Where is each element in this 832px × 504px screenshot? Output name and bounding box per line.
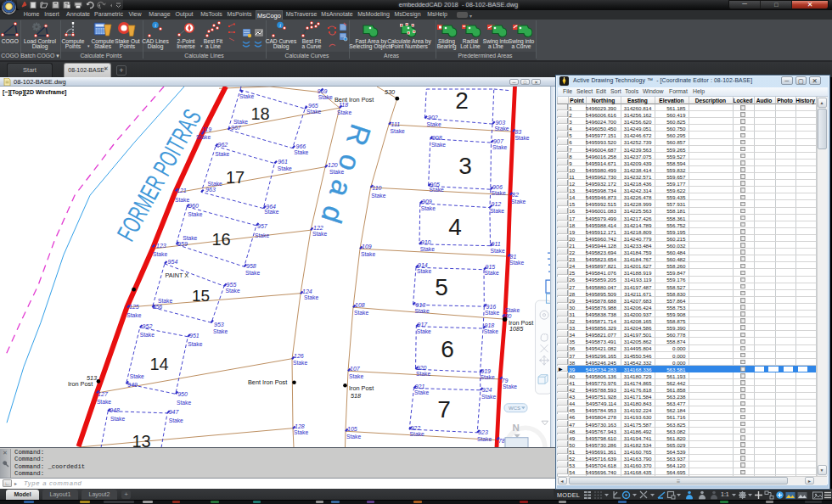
svg-text:Stake: Stake bbox=[226, 287, 240, 293]
svg-text:967: 967 bbox=[231, 124, 242, 130]
svg-text:125: 125 bbox=[129, 304, 139, 310]
svg-text:918: 918 bbox=[485, 322, 495, 328]
svg-text:Stake: Stake bbox=[505, 307, 520, 313]
svg-text:Stake: Stake bbox=[490, 208, 504, 214]
svg-text:906: 906 bbox=[492, 184, 503, 190]
svg-text:Stake: Stake bbox=[294, 429, 308, 435]
svg-text:Stake: Stake bbox=[153, 250, 167, 256]
svg-text:Stake: Stake bbox=[494, 125, 509, 131]
svg-text:79: 79 bbox=[502, 377, 509, 383]
svg-text:Stake: Stake bbox=[158, 298, 172, 304]
svg-text:Stake: Stake bbox=[503, 384, 517, 389]
svg-text:Stake: Stake bbox=[421, 205, 436, 211]
svg-text:530: 530 bbox=[385, 88, 395, 96]
svg-text:Stake: Stake bbox=[213, 328, 228, 333]
svg-text:Stake: Stake bbox=[349, 372, 363, 378]
svg-text:107: 107 bbox=[350, 365, 361, 371]
svg-text:Stake: Stake bbox=[484, 328, 498, 334]
svg-text:902: 902 bbox=[428, 114, 438, 120]
svg-text:952: 952 bbox=[143, 322, 153, 328]
svg-text:919: 919 bbox=[481, 368, 491, 374]
svg-text:Stake: Stake bbox=[417, 328, 431, 333]
svg-text:126: 126 bbox=[294, 353, 304, 359]
svg-text:958: 958 bbox=[246, 263, 256, 269]
svg-text:Stake: Stake bbox=[492, 144, 507, 150]
svg-text:Stake: Stake bbox=[97, 399, 111, 405]
svg-text:Iron Post: Iron Post bbox=[349, 384, 374, 391]
svg-text:PAINT X: PAINT X bbox=[166, 272, 189, 279]
svg-text:Stake: Stake bbox=[188, 211, 202, 217]
svg-text:Stake: Stake bbox=[130, 373, 144, 379]
svg-text:Stake: Stake bbox=[312, 231, 327, 237]
svg-text:Stake: Stake bbox=[391, 128, 405, 134]
svg-text:Bent Iron Post: Bent Iron Post bbox=[334, 96, 374, 104]
svg-text:Stake: Stake bbox=[431, 142, 446, 148]
svg-text:Stake: Stake bbox=[511, 198, 526, 204]
svg-text:924: 924 bbox=[482, 387, 492, 393]
svg-text:Stake: Stake bbox=[188, 340, 202, 346]
svg-text:903: 903 bbox=[495, 119, 505, 125]
svg-text:Stake: Stake bbox=[414, 389, 429, 395]
svg-text:Stake: Stake bbox=[196, 133, 211, 139]
svg-text:Stake: Stake bbox=[110, 415, 125, 421]
svg-text:127: 127 bbox=[98, 390, 109, 396]
svg-text:N: N bbox=[513, 423, 520, 433]
svg-text:Stake: Stake bbox=[208, 181, 222, 187]
svg-text:908: 908 bbox=[432, 135, 442, 141]
svg-text:Stake: Stake bbox=[306, 109, 321, 115]
svg-text:957: 957 bbox=[257, 223, 268, 229]
svg-text:Stake: Stake bbox=[514, 135, 529, 141]
svg-text:122: 122 bbox=[313, 224, 323, 230]
svg-text:963: 963 bbox=[205, 187, 216, 193]
svg-text:Stake: Stake bbox=[346, 433, 361, 439]
svg-text:Stake: Stake bbox=[509, 260, 524, 266]
svg-text:Stake: Stake bbox=[485, 310, 499, 316]
svg-text:Stake: Stake bbox=[293, 359, 307, 365]
svg-text:Stake: Stake bbox=[304, 294, 318, 300]
svg-text:960: 960 bbox=[188, 202, 199, 208]
svg-text:917: 917 bbox=[418, 322, 429, 328]
svg-text:Stake: Stake bbox=[415, 308, 430, 314]
svg-text:81: 81 bbox=[510, 253, 517, 259]
svg-text:Bent Iron Post: Bent Iron Post bbox=[248, 378, 287, 386]
svg-text:956: 956 bbox=[153, 304, 163, 310]
svg-text:WCS: WCS bbox=[509, 406, 520, 411]
svg-text:Stake: Stake bbox=[239, 93, 254, 99]
svg-text:953: 953 bbox=[214, 321, 224, 327]
svg-text:947: 947 bbox=[169, 408, 180, 414]
svg-text:518: 518 bbox=[351, 392, 362, 400]
svg-text:Stake: Stake bbox=[126, 312, 141, 318]
svg-text:966: 966 bbox=[296, 143, 306, 148]
svg-text:959: 959 bbox=[177, 240, 188, 246]
svg-text:955: 955 bbox=[227, 281, 237, 287]
svg-text:Stake: Stake bbox=[175, 197, 189, 203]
svg-text:Stake: Stake bbox=[492, 190, 506, 196]
svg-text:Stake: Stake bbox=[477, 435, 492, 441]
svg-text:120: 120 bbox=[328, 161, 338, 167]
svg-text:909: 909 bbox=[422, 199, 432, 204]
svg-text:78: 78 bbox=[498, 437, 505, 443]
svg-text:912: 912 bbox=[492, 201, 502, 207]
svg-text:121: 121 bbox=[177, 187, 187, 193]
svg-text:915: 915 bbox=[486, 263, 496, 269]
svg-text:910: 910 bbox=[421, 239, 431, 245]
svg-text:Stake: Stake bbox=[278, 165, 292, 171]
svg-text:Stake: Stake bbox=[485, 270, 499, 276]
svg-text:Stake: Stake bbox=[264, 209, 278, 215]
svg-text:123: 123 bbox=[156, 242, 166, 248]
svg-text:Stake: Stake bbox=[371, 193, 385, 199]
svg-text:Stake: Stake bbox=[361, 250, 375, 256]
svg-text:1085: 1085 bbox=[509, 325, 524, 333]
svg-text:954: 954 bbox=[168, 259, 178, 265]
svg-text:82: 82 bbox=[512, 192, 519, 198]
svg-text:108: 108 bbox=[355, 301, 365, 307]
svg-text:Stake: Stake bbox=[481, 374, 495, 380]
svg-text:Iron Post: Iron Post bbox=[68, 380, 93, 388]
svg-text:950: 950 bbox=[177, 390, 188, 396]
svg-text:Stake: Stake bbox=[140, 331, 155, 337]
svg-text:Stake: Stake bbox=[233, 119, 248, 125]
svg-text:119: 119 bbox=[202, 126, 211, 132]
svg-text:Stake: Stake bbox=[430, 187, 444, 193]
svg-text:128: 128 bbox=[295, 423, 305, 428]
svg-text:Stake: Stake bbox=[183, 235, 197, 241]
